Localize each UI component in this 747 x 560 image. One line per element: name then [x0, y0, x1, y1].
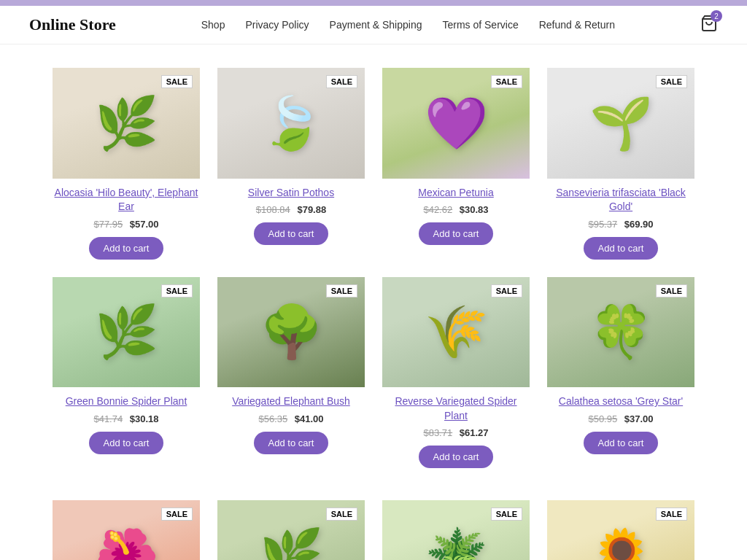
add-to-cart-btn-2[interactable]: Add to cart [254, 222, 329, 245]
sale-badge-3: SALE [491, 75, 522, 88]
new-price-7: $61.27 [460, 427, 489, 438]
product-card-3: 💜 SALE Mexican Petunia $42.62 $30.83 Add… [374, 59, 538, 268]
new-price-3: $30.83 [460, 204, 489, 215]
product-image-6: 🌳 SALE [217, 277, 365, 388]
sale-badge-2: SALE [326, 75, 357, 88]
add-to-cart-btn-7[interactable]: Add to cart [419, 446, 494, 468]
product-card-8: 🍀 SALE Calathea setosa 'Grey Star' $50.9… [538, 268, 703, 478]
product-card-bottom-1: 🌺 SALE [44, 491, 209, 560]
add-to-cart-btn-8[interactable]: Add to cart [584, 432, 659, 454]
plant-emoji-8: 🍀 [589, 302, 653, 362]
sale-badge-b4: SALE [656, 508, 687, 521]
new-price-5: $30.18 [130, 413, 159, 424]
new-price-4: $69.90 [624, 219, 654, 230]
product-card-1: 🌿 SALE Alocasia 'Hilo Beauty', Elephant … [44, 59, 209, 268]
plant-emoji-4: 🌱 [589, 93, 653, 153]
old-price-1: $77.95 [93, 219, 123, 230]
sale-badge-6: SALE [326, 284, 357, 298]
header: Online Store Shop Privacy Policy Payment… [0, 6, 747, 44]
plant-emoji-b2: 🌿 [260, 526, 323, 560]
product-name-4[interactable]: Sansevieria trifasciata 'Black Gold' [547, 186, 694, 214]
product-name-8[interactable]: Calathea setosa 'Grey Star' [547, 394, 694, 409]
new-price-2: $79.88 [297, 204, 326, 215]
sale-badge-7: SALE [491, 284, 522, 298]
new-price-6: $41.00 [295, 413, 324, 424]
cart-icon-wrap[interactable]: 2 [700, 15, 718, 35]
old-price-7: $83.71 [423, 427, 452, 438]
new-price-1: $57.00 [130, 219, 159, 230]
product-card-5: 🌿 SALE Green Bonnie Spider Plant $41.74 … [44, 268, 209, 478]
sale-badge-b2: SALE [326, 508, 357, 521]
plant-emoji-6: 🌳 [260, 302, 323, 362]
product-grid-bottom: 🌺 SALE 🌿 SALE 🪴 SALE 🌻 SALE [0, 491, 747, 560]
old-price-3: $42.62 [423, 204, 452, 215]
nav-privacy[interactable]: Privacy Policy [245, 19, 309, 31]
site-logo: Online Store [29, 15, 116, 34]
plant-emoji-b4: 🌻 [589, 526, 653, 560]
nav-terms[interactable]: Terms of Service [442, 19, 518, 31]
plant-emoji-b3: 🪴 [425, 526, 488, 560]
add-to-cart-btn-1[interactable]: Add to cart [89, 237, 164, 260]
sale-badge-1: SALE [161, 75, 193, 88]
nav-refund[interactable]: Refund & Return [539, 19, 615, 31]
product-card-bottom-2: 🌿 SALE [209, 491, 374, 560]
sale-badge-8: SALE [656, 284, 687, 298]
product-image-4: 🌱 SALE [547, 68, 694, 179]
price-wrap-7: $83.71 $61.27 [382, 427, 530, 438]
old-price-6: $56.35 [258, 413, 287, 424]
plant-emoji-b1: 🌺 [95, 526, 158, 560]
old-price-8: $50.95 [588, 413, 617, 424]
product-card-6: 🌳 SALE Variegated Elephant Bush $56.35 $… [209, 268, 374, 478]
plant-emoji-1: 🌿 [95, 93, 158, 153]
old-price-4: $95.37 [588, 219, 617, 230]
product-image-bottom-4: 🌻 SALE [547, 500, 694, 560]
main-content: 🌿 SALE Alocasia 'Hilo Beauty', Elephant … [0, 44, 747, 560]
price-wrap-3: $42.62 $30.83 [382, 204, 530, 215]
product-name-3[interactable]: Mexican Petunia [382, 186, 530, 201]
product-card-bottom-3: 🪴 SALE [374, 491, 538, 560]
product-image-7: 🌾 SALE [382, 277, 530, 388]
cart-badge: 2 [711, 10, 722, 22]
sale-badge-4: SALE [656, 75, 687, 88]
product-name-7[interactable]: Reverse Variegated Spider Plant [382, 394, 530, 423]
nav-payment-shipping[interactable]: Payment & Shipping [330, 19, 422, 31]
add-to-cart-btn-5[interactable]: Add to cart [89, 432, 164, 454]
plant-emoji-3: 💜 [425, 93, 488, 153]
old-price-2: $108.84 [256, 204, 290, 215]
product-card-4: 🌱 SALE Sansevieria trifasciata 'Black Go… [538, 59, 703, 268]
price-wrap-5: $41.74 $30.18 [53, 413, 200, 424]
price-wrap-6: $56.35 $41.00 [217, 413, 365, 424]
product-image-2: 🍃 SALE [217, 68, 365, 179]
add-to-cart-btn-6[interactable]: Add to cart [254, 432, 329, 454]
product-image-8: 🍀 SALE [547, 277, 694, 388]
price-wrap-4: $95.37 $69.90 [547, 219, 694, 230]
add-to-cart-btn-3[interactable]: Add to cart [419, 222, 494, 245]
product-name-1[interactable]: Alocasia 'Hilo Beauty', Elephant Ear [53, 186, 200, 214]
price-wrap-8: $50.95 $37.00 [547, 413, 694, 424]
plant-emoji-2: 🍃 [260, 93, 323, 153]
price-wrap-1: $77.95 $57.00 [53, 219, 200, 230]
price-wrap-2: $108.84 $79.88 [217, 204, 365, 215]
product-image-bottom-3: 🪴 SALE [382, 500, 530, 560]
product-image-3: 💜 SALE [382, 68, 530, 179]
product-card-2: 🍃 SALE Silver Satin Pothos $108.84 $79.8… [209, 59, 374, 268]
sale-badge-5: SALE [161, 284, 193, 298]
product-grid: 🌿 SALE Alocasia 'Hilo Beauty', Elephant … [0, 44, 747, 491]
product-name-5[interactable]: Green Bonnie Spider Plant [53, 394, 200, 409]
product-image-5: 🌿 SALE [53, 277, 200, 388]
add-to-cart-btn-4[interactable]: Add to cart [584, 237, 659, 260]
product-image-1: 🌿 SALE [53, 68, 200, 179]
plant-emoji-5: 🌿 [95, 302, 158, 362]
product-card-7: 🌾 SALE Reverse Variegated Spider Plant $… [374, 268, 538, 478]
new-price-8: $37.00 [624, 413, 654, 424]
product-name-2[interactable]: Silver Satin Pothos [217, 186, 365, 201]
nav-shop[interactable]: Shop [201, 19, 225, 31]
old-price-5: $41.74 [93, 413, 123, 424]
product-card-bottom-4: 🌻 SALE [538, 491, 703, 560]
product-name-6[interactable]: Variegated Elephant Bush [217, 394, 365, 409]
product-image-bottom-2: 🌿 SALE [217, 500, 365, 560]
sale-badge-b3: SALE [491, 508, 522, 521]
product-image-bottom-1: 🌺 SALE [53, 500, 200, 560]
main-nav: Shop Privacy Policy Payment & Shipping T… [201, 19, 615, 31]
top-bar [0, 0, 747, 6]
